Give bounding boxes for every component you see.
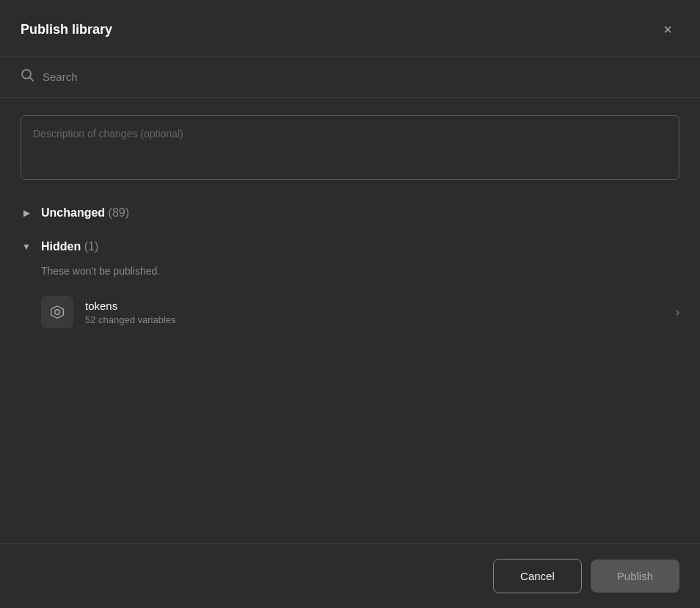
- item-info: tokens 52 changed variables: [85, 300, 670, 325]
- section-hidden-label: Hidden (1): [41, 240, 98, 253]
- publish-button[interactable]: Publish: [591, 560, 679, 593]
- dialog-title: Publish library: [21, 22, 112, 37]
- section-unchanged: ▶ Unchanged (89): [21, 203, 679, 222]
- section-unchanged-label: Unchanged (89): [41, 206, 129, 220]
- section-hidden-count: (1): [84, 240, 99, 253]
- dialog-header: Publish library ×: [0, 0, 700, 57]
- item-chevron-right-icon: ›: [676, 305, 679, 319]
- svg-line-1: [30, 78, 34, 82]
- section-unchanged-header[interactable]: ▶ Unchanged (89): [21, 203, 679, 222]
- item-subtitle: 52 changed variables: [85, 314, 670, 325]
- svg-point-3: [55, 310, 59, 314]
- dialog-body: ▶ Unchanged (89) ▼ Hidden (1) These won'…: [0, 98, 700, 543]
- chevron-down-icon: ▼: [21, 242, 32, 252]
- list-item[interactable]: tokens 52 changed variables ›: [41, 289, 679, 336]
- cancel-button[interactable]: Cancel: [493, 559, 582, 593]
- chevron-right-icon: ▶: [21, 208, 32, 218]
- item-name: tokens: [85, 300, 670, 312]
- search-section: [0, 57, 700, 98]
- section-hidden-description: These won't be published.: [41, 265, 679, 277]
- publish-library-dialog: Publish library × ▶ Unchanged (89): [0, 0, 700, 608]
- section-unchanged-count: (89): [109, 206, 129, 219]
- search-input[interactable]: [43, 70, 679, 83]
- search-icon: [21, 68, 34, 85]
- dialog-footer: Cancel Publish: [0, 543, 700, 608]
- close-button[interactable]: ×: [656, 18, 679, 41]
- svg-marker-2: [51, 306, 64, 319]
- section-hidden-header[interactable]: ▼ Hidden (1): [21, 237, 679, 256]
- close-icon: ×: [663, 21, 672, 38]
- section-hidden: ▼ Hidden (1) These won't be published. t…: [21, 237, 679, 336]
- description-textarea[interactable]: [21, 115, 679, 180]
- item-icon: [41, 296, 73, 328]
